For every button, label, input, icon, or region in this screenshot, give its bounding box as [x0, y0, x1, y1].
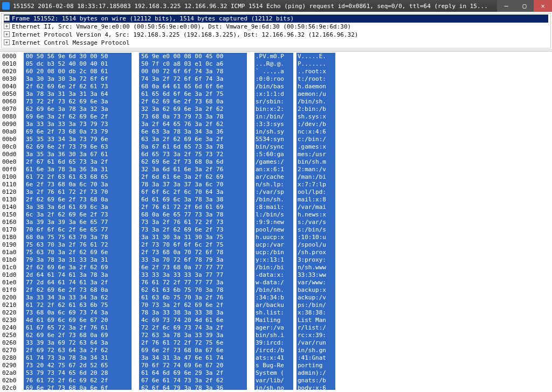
hex-row[interactable]: 02c069 6e 2f 73 68 0a 6e 6f 62 6f 64 79 …	[2, 384, 550, 390]
ascii-left: /bin/bas	[254, 83, 293, 90]
ascii-left: ager:/va	[254, 324, 293, 332]
hex-row[interactable]: 01d02d 64 61 74 61 3a 78 3a 33 33 3a 33 …	[2, 271, 550, 279]
hex-bytes-right: 70 6f 72 74 69 6e 67 20	[139, 362, 247, 369]
tree-row[interactable]: +Ethernet II, Src: Vmware_9e:e0:00 (00:5…	[4, 23, 548, 31]
hex-bytes-left: 6e 2f 73 68 0a 6c 70 3a	[24, 181, 132, 188]
hex-row[interactable]: 00903a 33 3a 33 3a 73 79 73 3a 2f 64 65 …	[2, 121, 550, 128]
packet-details-tree[interactable]: +Frame 151552: 1514 bytes on wire (12112…	[1, 13, 551, 48]
hex-offset: 01c0	[2, 264, 24, 271]
ascii-right: V.....E.	[296, 53, 335, 60]
hex-row[interactable]: 01106e 2f 73 68 0a 6c 70 3a 78 3a 37 3a …	[2, 181, 550, 188]
hex-row[interactable]: 002060 20 08 00 db 2c 08 61 00 00 72 6f …	[2, 68, 550, 75]
hex-row[interactable]: 00d03a 35 3a 36 30 3a 67 61 6d 65 73 3a …	[2, 151, 550, 158]
hex-offset: 0200	[2, 294, 24, 302]
hex-bytes-left: 76 61 72 2f 6c 69 62 2f	[24, 377, 132, 384]
hex-row[interactable]: 02b076 61 72 2f 6c 69 62 2f 67 6e 61 74 …	[2, 377, 550, 384]
hex-row[interactable]: 01203a 2f 76 61 72 2f 73 70 6f 6f 6c 2f …	[2, 188, 550, 196]
ascii-right: mail:x:8	[296, 196, 335, 204]
hex-row[interactable]: 00a069 6e 2f 73 68 0a 73 79 6e 63 3a 78 …	[2, 128, 550, 136]
hex-row[interactable]: 02a053 79 73 74 65 6d 20 28 61 64 6d 69 …	[2, 369, 550, 377]
packet-bytes-hex[interactable]: 000000 50 56 9e 6d 30 00 50 56 9e e0 00 …	[0, 52, 552, 390]
ascii-left: ar/backu	[254, 302, 293, 309]
hex-row[interactable]: 01403a 38 3a 6d 61 69 6c 3a 2f 76 61 72 …	[2, 204, 550, 211]
ascii-left: ...R@.@.	[254, 60, 293, 68]
hex-row[interactable]: 02304d 61 69 6c 69 6e 67 20 4c 69 73 74 …	[2, 317, 550, 324]
hex-row[interactable]: 01e077 2d 64 61 74 61 3a 2f 76 61 72 2f …	[2, 279, 550, 286]
hex-offset: 0000	[2, 53, 24, 60]
hex-offset: 0090	[2, 121, 24, 128]
hex-row[interactable]: 01c02f 62 69 6e 3a 2f 62 69 6e 2f 73 68 …	[2, 264, 550, 271]
hex-bytes-right: 33 33 3a 33 33 3a 77 77	[139, 271, 247, 279]
expand-icon[interactable]: +	[4, 23, 10, 29]
hex-offset: 0210	[2, 302, 24, 309]
ascii-right: nc:x:4:6	[296, 128, 335, 136]
ascii-left: :5:60:ga	[254, 151, 293, 158]
hex-row[interactable]: 01b079 3a 78 3a 31 33 3a 31 33 3a 70 72 …	[2, 256, 550, 264]
hex-bytes-left: 6c 3a 2f 62 69 6e 2f 73	[24, 211, 132, 219]
hex-row[interactable]: 02702f 69 72 63 64 3a 2f 62 69 6e 2f 73 …	[2, 347, 550, 354]
hex-row[interactable]: 00303a 30 3a 30 3a 72 6f 6f 74 3a 2f 72 …	[2, 75, 550, 83]
hex-offset: 0230	[2, 317, 24, 324]
hex-row[interactable]: 00c062 69 6e 2f 73 79 6e 63 0a 67 61 6d …	[2, 143, 550, 151]
ascii-left: in:/bin/	[254, 113, 293, 121]
hex-row[interactable]: 021061 72 2f 62 61 63 6b 75 70 73 3a 2f …	[2, 302, 550, 309]
tree-row[interactable]: +Internet Control Message Protocol	[4, 39, 548, 47]
expand-icon[interactable]: +	[4, 15, 10, 21]
hex-bytes-left: 61 72 2f 63 61 63 68 65	[24, 173, 132, 181]
close-button[interactable]: ✕	[534, 0, 552, 12]
hex-offset: 0030	[2, 75, 24, 83]
ascii-left: 5534:syn	[254, 136, 293, 143]
hex-offset: 0170	[2, 226, 24, 234]
hex-row[interactable]: 010061 72 2f 63 61 63 68 65 2f 6d 61 6e …	[2, 173, 550, 181]
hex-row[interactable]: 024061 67 65 72 3a 2f 76 61 72 2f 6c 69 …	[2, 324, 550, 332]
hex-row[interactable]: 02003a 33 34 3a 33 34 3a 62 61 63 6b 75 …	[2, 294, 550, 302]
hex-row[interactable]: 000000 50 56 9e 6d 30 00 50 56 9e e0 00 …	[2, 53, 550, 60]
hex-row[interactable]: 029073 20 42 75 67 2d 52 65 70 6f 72 74 …	[2, 362, 550, 369]
hex-row[interactable]: 01a075 63 70 3a 2f 62 69 6e 2f 73 68 0a …	[2, 249, 550, 256]
hex-row[interactable]: 006073 72 2f 73 62 69 6e 3a 2f 62 69 6e …	[2, 98, 550, 106]
tree-row[interactable]: +Frame 151552: 1514 bytes on wire (12112…	[4, 15, 548, 23]
hex-offset: 0190	[2, 241, 24, 249]
ascii-right: porting	[296, 362, 335, 369]
hex-bytes-left: 3a 33 3a 33 3a 73 79 73	[24, 121, 132, 128]
expand-icon[interactable]: +	[4, 31, 10, 37]
hex-row[interactable]: 001005 dc b3 52 40 00 40 01 50 7f c0 a8 …	[2, 60, 550, 68]
hex-row[interactable]: 00503a 78 3a 31 3a 31 3a 64 61 65 6d 6f …	[2, 90, 550, 98]
hex-row[interactable]: 025062 69 6e 2f 73 68 0a 69 72 63 3a 78 …	[2, 332, 550, 339]
ascii-right: /man:/bi	[296, 173, 335, 181]
hex-bytes-right: 69 6e 2f 73 68 0a 67 6e	[139, 347, 247, 354]
hex-row[interactable]: 022073 68 0a 6c 69 73 74 3a 78 3a 33 38 …	[2, 309, 550, 317]
hex-offset: 0070	[2, 106, 24, 113]
hex-bytes-right: 70 73 3a 2f 62 69 6e 2f	[139, 302, 247, 309]
hex-row[interactable]: 00f061 6e 3a 78 3a 36 3a 31 32 3a 6d 61 …	[2, 166, 550, 173]
hex-offset: 0020	[2, 68, 24, 75]
expand-icon[interactable]: +	[4, 39, 10, 45]
minimize-button[interactable]: —	[497, 0, 515, 12]
ascii-right: c:/bin:/	[296, 136, 335, 143]
hex-row[interactable]: 01506c 3a 2f 62 69 6e 2f 73 68 0a 6e 65 …	[2, 211, 550, 219]
hex-bytes-left: 2f 62 69 6e 2f 73 68 0a	[24, 286, 132, 294]
hex-row[interactable]: 008069 6e 3a 2f 62 69 6e 2f 73 68 0a 73 …	[2, 113, 550, 121]
hex-row[interactable]: 00402f 62 69 6e 2f 62 61 73 68 0a 64 61 …	[2, 83, 550, 90]
hex-row[interactable]: 026033 39 3a 69 72 63 64 3a 2f 76 61 72 …	[2, 339, 550, 347]
hex-row[interactable]: 017070 6f 6f 6c 2f 6e 65 77 73 3a 2f 62 …	[2, 226, 550, 234]
tree-row[interactable]: +Internet Protocol Version 4, Src: 192.1…	[4, 31, 548, 39]
hex-row[interactable]: 028061 74 73 3a 78 3a 34 31 3a 34 31 3a …	[2, 354, 550, 362]
maximize-button[interactable]: ▢	[515, 0, 534, 12]
ascii-right: body:x:6	[296, 384, 335, 390]
hex-row[interactable]: 00b035 35 33 34 3a 73 79 6e 63 3a 2f 62 …	[2, 136, 550, 143]
ascii-right: ps:/bin/	[296, 302, 335, 309]
hex-row[interactable]: 018068 0a 75 75 63 70 3a 78 3a 31 30 3a …	[2, 234, 550, 241]
hex-row[interactable]: 01302f 62 69 6e 2f 73 68 0a 6d 61 69 6c …	[2, 196, 550, 204]
ascii-left: ats:x:41	[254, 354, 293, 362]
hex-bytes-left: 61 6e 3a 78 3a 36 3a 31	[24, 166, 132, 173]
hex-row[interactable]: 007062 69 6e 3a 78 3a 32 3a 32 3a 62 69 …	[2, 106, 550, 113]
hex-row[interactable]: 01603a 39 3a 39 3a 6e 65 77 73 3a 2f 76 …	[2, 219, 550, 226]
hex-row[interactable]: 00e02f 67 61 6d 65 73 3a 2f 62 69 6e 2f …	[2, 158, 550, 166]
hex-row[interactable]: 01f02f 62 69 6e 2f 73 68 0a 62 61 63 6b …	[2, 286, 550, 294]
hex-offset: 02b0	[2, 377, 24, 384]
ascii-left: w-data:/	[254, 279, 293, 286]
hex-row[interactable]: 019075 63 70 3a 2f 76 61 72 2f 73 70 6f …	[2, 241, 550, 249]
ascii-right: ool/lpd:	[296, 188, 335, 196]
hex-bytes-right: 2f 76 61 72 2f 6d 61 69	[139, 204, 247, 211]
